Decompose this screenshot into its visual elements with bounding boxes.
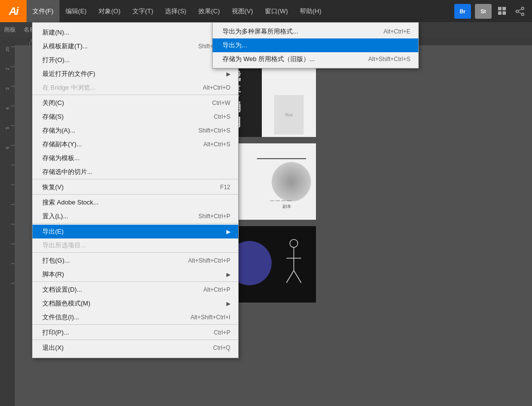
menu-section-2: 关闭(C) Ctrl+W 存储(S) Ctrl+S 存储为(A)... Shif… xyxy=(32,96,238,179)
menu-recent[interactable]: 最近打开的文件(F) ▶ xyxy=(32,67,238,81)
menu-section-8: 打印(P)... Ctrl+P xyxy=(32,326,238,340)
menu-section-6: 打包(G)... Alt+Shift+Ctrl+P 脚本(R) ▶ xyxy=(32,254,238,282)
menu-section-3: 恢复(V) F12 xyxy=(32,180,238,195)
submenu-save-web[interactable]: 存储为 Web 所用格式（旧版）... Alt+Shift+Ctrl+S xyxy=(213,52,418,66)
menu-bridge[interactable]: 在 Bridge 中浏览... Alt+Ctrl+O xyxy=(32,81,238,95)
menu-revert[interactable]: 恢复(V) F12 xyxy=(32,180,238,194)
menu-new[interactable]: 新建(N)... Ctrl+N xyxy=(32,26,238,39)
menu-section-5: 导出(E) ▶ 导出所选项目... xyxy=(32,225,238,253)
menu-scripts[interactable]: 脚本(R) ▶ xyxy=(32,268,238,281)
dropdown-overlay: 新建(N)... Ctrl+N 从模板新建(T)... Shift+Ctrl+N… xyxy=(0,0,532,406)
menu-section-1: 新建(N)... Ctrl+N 从模板新建(T)... Shift+Ctrl+N… xyxy=(32,26,238,95)
menu-export-selected[interactable]: 导出所选项目... xyxy=(32,238,238,252)
menu-open[interactable]: 打开(O)... Ctrl+O xyxy=(32,53,238,67)
menu-save-copy[interactable]: 存储副本(Y)... Alt+Ctrl+S xyxy=(32,137,238,151)
menu-section-4: 搜索 Adobe Stock... 置入(L)... Shift+Ctrl+P xyxy=(32,196,238,224)
menu-save-slices[interactable]: 存储选中的切片... xyxy=(32,165,238,179)
menu-section-7: 文档设置(D)... Alt+Ctrl+P 文档颜色模式(M) ▶ 文件信息(I… xyxy=(32,283,238,325)
menu-doc-color[interactable]: 文档颜色模式(M) ▶ xyxy=(32,297,238,310)
export-submenu: 导出为多种屏幕所用格式... Alt+Ctrl+E 导出为... 存储为 Web… xyxy=(212,22,419,68)
menu-close[interactable]: 关闭(C) Ctrl+W xyxy=(32,96,238,110)
menu-new-from-template[interactable]: 从模板新建(T)... Shift+Ctrl+N xyxy=(32,39,238,53)
menu-adobe-stock[interactable]: 搜索 Adobe Stock... xyxy=(32,196,238,209)
menu-save-as[interactable]: 存储为(A)... Shift+Ctrl+S xyxy=(32,124,238,137)
submenu-export-screens[interactable]: 导出为多种屏幕所用格式... Alt+Ctrl+E xyxy=(213,25,418,38)
menu-file-info[interactable]: 文件信息(I)... Alt+Shift+Ctrl+I xyxy=(32,310,238,324)
file-menu: 新建(N)... Ctrl+N 从模板新建(T)... Shift+Ctrl+N… xyxy=(32,22,239,358)
menu-doc-setup[interactable]: 文档设置(D)... Alt+Ctrl+P xyxy=(32,283,238,297)
menu-quit[interactable]: 退出(X) Ctrl+Q xyxy=(32,341,238,355)
menu-section-9: 退出(X) Ctrl+Q xyxy=(32,341,238,355)
menu-export[interactable]: 导出(E) ▶ xyxy=(32,225,238,238)
menu-save[interactable]: 存储(S) Ctrl+S xyxy=(32,110,238,124)
menu-place[interactable]: 置入(L)... Shift+Ctrl+P xyxy=(32,209,238,223)
menu-save-template[interactable]: 存储为模板... xyxy=(32,151,238,165)
menu-package[interactable]: 打包(G)... Alt+Shift+Ctrl+P xyxy=(32,254,238,268)
submenu-export-as[interactable]: 导出为... xyxy=(213,38,418,52)
menu-print[interactable]: 打印(P)... Ctrl+P xyxy=(32,326,238,339)
